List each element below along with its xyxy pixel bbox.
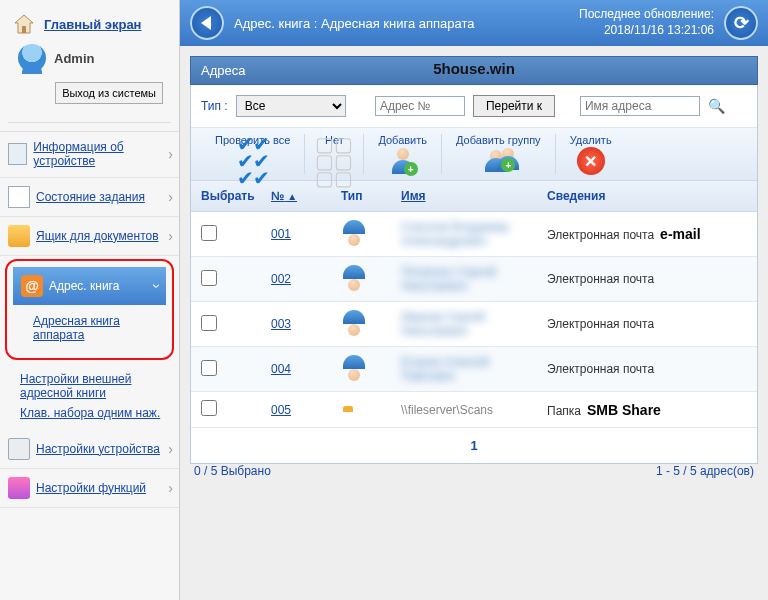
address-book-icon: @ (21, 275, 43, 297)
nav-document-box[interactable]: Ящик для документов › (0, 217, 179, 256)
action-toolbar: Проверить все ✔✔✔✔✔✔ Нет ▢▢▢▢▢▢ Добавить… (191, 128, 757, 181)
chevron-down-icon: › (150, 283, 166, 288)
row-annotation: e-mail (660, 226, 700, 242)
table-row: 005\\fileserver\ScansПапкаSMB Share (191, 392, 757, 428)
row-checkbox[interactable] (201, 360, 217, 376)
user-avatar-icon (18, 44, 46, 72)
row-no-link[interactable]: 002 (271, 272, 291, 286)
table-row: 002Петренко Сергей НиколаевичЭлектронная… (191, 257, 757, 302)
chevron-right-icon: › (168, 189, 173, 205)
page-number[interactable]: 1 (470, 438, 477, 453)
row-details: Папка (547, 404, 581, 418)
sub-one-touch-keys[interactable]: Клав. набора одним наж. (20, 403, 171, 423)
row-name: Иванов Сергей Николаевич (401, 310, 485, 338)
go-button[interactable]: Перейти к (473, 95, 555, 117)
col-details: Сведения (547, 189, 747, 203)
row-details: Электронная почта (547, 362, 654, 376)
add-group-icon: + (483, 148, 513, 174)
col-type: Тип (341, 189, 401, 203)
add-person-icon: + (388, 148, 418, 174)
main-content: Адрес. книга : Адресная книга аппарата П… (180, 0, 768, 600)
search-icon[interactable]: 🔍 (708, 98, 725, 114)
col-no-sort[interactable]: № (271, 189, 297, 203)
row-checkbox[interactable] (201, 270, 217, 286)
active-section-highlight: @Адрес. книга › Адресная книга аппарата (5, 259, 174, 360)
type-select[interactable]: Все (236, 95, 346, 117)
row-name: Соколов Владимир Александрович (401, 220, 509, 248)
svg-rect-1 (22, 26, 26, 33)
row-no-link[interactable]: 001 (271, 227, 291, 241)
row-name: Егоров Алексей Павлович (401, 355, 489, 383)
row-name: Петренко Сергей Николаевич (401, 265, 496, 293)
chevron-right-icon: › (168, 480, 173, 496)
nav-device-settings[interactable]: Настройки устройства › (0, 430, 179, 469)
row-checkbox[interactable] (201, 315, 217, 331)
nav-device-info[interactable]: Информация об устройстве › (0, 132, 179, 178)
sub-external-address-book[interactable]: Настройки внешней адресной книги (20, 369, 171, 404)
check-none-button[interactable]: Нет ▢▢▢▢▢▢ (305, 134, 364, 174)
type-label: Тип : (201, 99, 228, 113)
nav-function-settings[interactable]: Настройки функций › (0, 469, 179, 508)
filter-bar: Тип : Все Перейти к 🔍 (191, 85, 757, 128)
sub-machine-address-book[interactable]: Адресная книга аппарата (33, 311, 158, 346)
nav-job-status[interactable]: Состояние задания › (0, 178, 179, 217)
address-count: 1 - 5 / 5 адрес(ов) (656, 464, 754, 478)
add-group-button[interactable]: Добавить группу + (442, 134, 556, 174)
col-select: Выбрать (201, 189, 271, 203)
document-box-icon (8, 225, 30, 247)
device-info-icon (8, 143, 27, 165)
watermark-text: 5house.win (433, 60, 515, 77)
table-header: Выбрать № Тип Имя Сведения (191, 181, 757, 212)
row-annotation: SMB Share (587, 402, 661, 418)
job-status-icon (8, 186, 30, 208)
breadcrumb: Адрес. книга : Адресная книга аппарата (234, 16, 569, 31)
selected-count: 0 / 5 Выбрано (194, 464, 271, 478)
row-checkbox[interactable] (201, 400, 217, 416)
check-all-button[interactable]: Проверить все ✔✔✔✔✔✔ (201, 134, 305, 174)
row-details: Электронная почта (547, 228, 654, 242)
table-row: 004Егоров Алексей ПавловичЭлектронная по… (191, 347, 757, 392)
nav-address-book[interactable]: @Адрес. книга › (13, 267, 166, 305)
table-row: 003Иванов Сергей НиколаевичЭлектронная п… (191, 302, 757, 347)
delete-button[interactable]: Удалить ✕ (556, 134, 626, 174)
chevron-right-icon: › (168, 228, 173, 244)
add-button[interactable]: Добавить + (364, 134, 442, 174)
username-label: Admin (54, 51, 94, 66)
row-details: Электронная почта (547, 317, 654, 331)
row-no-link[interactable]: 005 (271, 403, 291, 417)
last-update: Последнее обновление: 2018/11/16 13:21:0… (579, 7, 714, 38)
pager: 1 (191, 428, 757, 463)
row-no-link[interactable]: 004 (271, 362, 291, 376)
address-name-input[interactable] (580, 96, 700, 116)
row-no-link[interactable]: 003 (271, 317, 291, 331)
delete-icon: ✕ (576, 148, 606, 174)
back-button[interactable] (190, 6, 224, 40)
col-name-sort[interactable]: Имя (401, 189, 426, 203)
chevron-right-icon: › (168, 146, 173, 162)
device-settings-icon (8, 438, 30, 460)
function-settings-icon (8, 477, 30, 499)
row-name: \\fileserver\Scans (401, 403, 493, 417)
check-none-icon: ▢▢▢▢▢▢ (319, 148, 349, 174)
top-bar: Адрес. книга : Адресная книга аппарата П… (180, 0, 768, 46)
address-no-input[interactable] (375, 96, 465, 116)
row-checkbox[interactable] (201, 225, 217, 241)
check-all-icon: ✔✔✔✔✔✔ (238, 148, 268, 174)
chevron-right-icon: › (168, 441, 173, 457)
home-icon (12, 12, 36, 36)
sidebar: Главный экран Admin Выход из системы Инф… (0, 0, 180, 600)
row-details: Электронная почта (547, 272, 654, 286)
logout-button[interactable]: Выход из системы (55, 82, 163, 104)
table-row: 001Соколов Владимир АлександровичЭлектро… (191, 212, 757, 257)
home-link[interactable]: Главный экран (44, 17, 141, 32)
refresh-button[interactable]: ⟳ (724, 6, 758, 40)
